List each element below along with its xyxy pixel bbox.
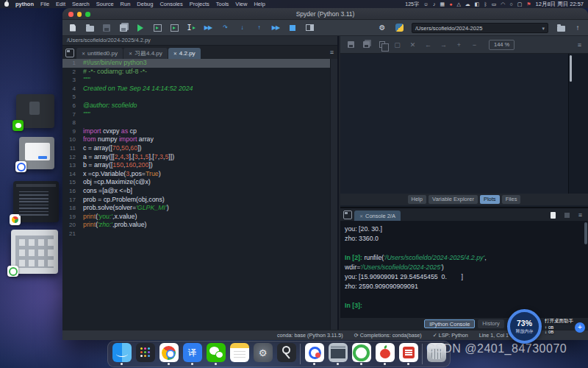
wifi-icon[interactable]: ◠ [501, 1, 505, 7]
continue-button[interactable]: ▶▶ [271, 24, 280, 32]
plots-save-all-button[interactable] [362, 40, 370, 49]
minimized-window-baidu-netdisk[interactable] [19, 137, 54, 169]
menu-edit[interactable]: Edit [56, 1, 65, 7]
new-file-button[interactable] [68, 24, 77, 32]
red-apple-icon[interactable] [376, 343, 395, 362]
editor-options-menu-icon[interactable]: ≡ [330, 49, 334, 56]
zoom-in-button[interactable]: + [455, 40, 463, 49]
step-out-button[interactable]: ↑ [254, 24, 263, 32]
dock-item-launchpad[interactable] [135, 343, 155, 365]
console-tab[interactable]: ✕ Console 2/A [354, 210, 401, 221]
clipboard-icon[interactable] [551, 212, 556, 219]
close-icon[interactable]: ✕ [173, 51, 177, 56]
bottom-tab-history[interactable]: History [478, 319, 503, 328]
launchpad-icon[interactable] [136, 343, 155, 362]
dock-item-red-apple[interactable] [375, 343, 395, 365]
menubar-clock[interactable]: 12月8日 周日 22:57 [536, 1, 584, 8]
code-line-11[interactable]: 11c = array([70,50,60]) [62, 144, 337, 153]
dock-item-translate[interactable]: 译 [182, 343, 202, 365]
parent-directory-button[interactable]: ↑ [573, 24, 582, 32]
preview-window-icon[interactable] [329, 343, 348, 362]
memory-gauge[interactable]: 73% 释放内存 [507, 309, 542, 344]
code-line-9[interactable]: 9import cvxpy as cp [62, 127, 337, 136]
menu-help[interactable]: Help [254, 1, 265, 7]
search-icon[interactable]: ○ [509, 1, 512, 7]
apple-menu-icon[interactable] [4, 1, 9, 7]
mic-icon[interactable]: ♪ [433, 1, 436, 7]
menubar-app-name[interactable]: python [15, 1, 34, 7]
editor-tab-4.2.py[interactable]: ✕4.2.py [168, 48, 201, 59]
keyboard-icon[interactable]: ▦ [440, 1, 445, 7]
plots-thumbnail-list[interactable] [568, 54, 588, 194]
editor-scrollbar[interactable] [330, 59, 337, 330]
titlebar[interactable]: Spyder (Python 3.11) [62, 8, 588, 20]
pane-tab-plots[interactable]: Plots [480, 195, 500, 204]
stop-debug-button[interactable] [288, 24, 297, 32]
emoji-icon[interactable]: ☺ [423, 1, 429, 7]
plots-save-button[interactable] [347, 40, 355, 49]
cloud-sync-icon[interactable]: ☁ [465, 1, 470, 7]
maximize-pane-button[interactable] [305, 24, 314, 32]
bluetooth-icon[interactable]: ᛒ [484, 1, 487, 7]
code-line-8[interactable]: 8 [62, 118, 337, 127]
plots-remove-button[interactable]: ▢ [393, 40, 401, 49]
code-editor[interactable]: 1#!/usr/bin/env python32# -*- codiarng: … [62, 59, 337, 330]
save-all-button[interactable] [119, 24, 128, 32]
seal-icon[interactable] [399, 343, 418, 362]
preferences-wrench-icon[interactable]: ⚙ [378, 24, 387, 32]
menu-tools[interactable]: Tools [216, 1, 229, 7]
notes-icon[interactable] [230, 343, 249, 362]
previous-figure-button[interactable]: ← [424, 40, 432, 49]
code-line-14[interactable]: 14x =cp.Variable(3,pos=True) [62, 170, 337, 179]
python-env-icon[interactable] [395, 24, 404, 32]
code-line-17[interactable]: 17prob = cp.Problem(obj,cons) [62, 196, 337, 205]
pane-tab-help[interactable]: Help [408, 195, 426, 204]
step-over-button[interactable]: ↷ [220, 24, 229, 32]
baidu-netdisk-icon[interactable] [305, 343, 324, 362]
desktop-assistant-widget[interactable]: 73% 释放内存 打开桌面助手 ↑0B ↓0B + [507, 307, 585, 345]
menu-source[interactable]: Source [96, 1, 114, 7]
plots-copy-button[interactable] [378, 40, 386, 49]
console-env-icon[interactable] [564, 213, 570, 218]
next-figure-button[interactable]: → [440, 40, 448, 49]
pane-tab-files[interactable]: Files [502, 195, 521, 204]
chrome-icon[interactable] [159, 343, 179, 362]
battery-icon[interactable]: ▭ [492, 1, 497, 7]
zoom-out-button[interactable]: − [470, 40, 478, 49]
run-selection-button[interactable]: I [187, 24, 196, 32]
debug-file-button[interactable]: ▶▶ [204, 24, 212, 32]
open-file-button[interactable] [85, 24, 94, 32]
shapes-icon[interactable]: △ [456, 1, 460, 7]
minimized-window-chrome[interactable] [13, 181, 59, 222]
split-screen-icon[interactable]: ◧ [475, 1, 480, 7]
working-directory-select[interactable]: /Users/scofieldo/2024-2025 ▾ [412, 23, 548, 33]
ipython-console[interactable]: you: [20. 30.]zho: 3360.0In [2]: runfile… [340, 221, 588, 318]
code-line-2[interactable]: 2# -*- codiarng: utf-8 -*- [62, 68, 337, 77]
wechat-icon[interactable] [207, 343, 226, 362]
menu-projects[interactable]: Projects [190, 1, 209, 7]
code-line-13[interactable]: 13b = array([150,160,200]) [62, 161, 337, 170]
console-scrollbar[interactable] [584, 222, 587, 244]
code-line-1[interactable]: 1#!/usr/bin/env python3 [62, 59, 337, 68]
browse-directory-button[interactable] [556, 24, 565, 32]
menu-file[interactable]: File [40, 1, 49, 7]
close-icon[interactable]: ✕ [359, 213, 363, 219]
code-line-12[interactable]: 12a = array([[2,4,3],[3,1,5],[7,3,5]]) [62, 153, 337, 162]
minimized-window-wechat[interactable] [16, 94, 54, 128]
menu-run[interactable]: Run [121, 1, 131, 7]
step-into-button[interactable]: ↓ [237, 24, 246, 32]
editor-tab-untitled0.py[interactable]: ✕untitled0.py [76, 48, 123, 59]
code-line-10[interactable]: 10from numpy import array [62, 135, 337, 144]
code-line-6[interactable]: 6@author: scofieldo [62, 102, 337, 110]
console-options-menu-icon[interactable]: ≡ [578, 211, 582, 219]
dock-item-settings[interactable]: ⚙ [253, 343, 273, 365]
plots-remove-all-button[interactable]: ✕ [409, 40, 417, 49]
code-line-4[interactable]: 4Created on Tue Sep 24 14:14:52 2024 [62, 85, 337, 93]
code-line-5[interactable]: 5 [62, 93, 337, 102]
display-icon[interactable]: ▢ [517, 1, 523, 7]
browse-tabs-button[interactable] [65, 49, 74, 57]
plots-scrollbar[interactable] [570, 55, 572, 82]
input-flag-icon[interactable]: ⚑ [526, 1, 531, 7]
assistant-plus-button[interactable]: + [575, 322, 585, 333]
editor-tab-习题4.4.py[interactable]: ✕习题4.4.py [123, 48, 168, 59]
